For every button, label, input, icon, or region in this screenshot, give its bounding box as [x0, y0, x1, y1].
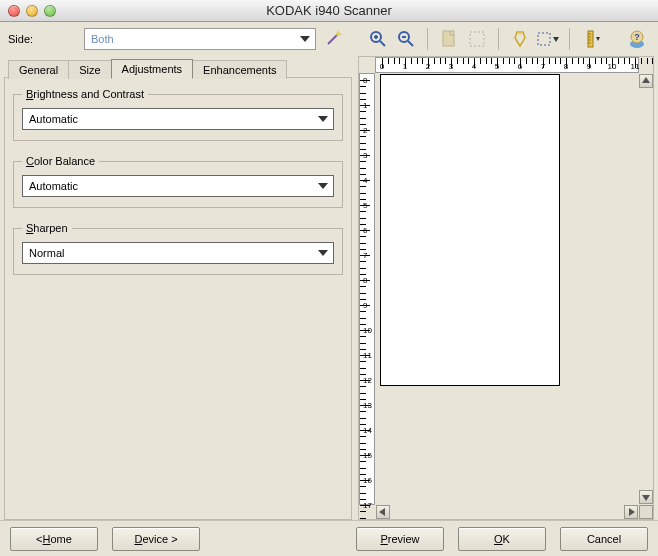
- scroll-right-button[interactable]: [624, 505, 638, 519]
- group-brightness-contrast: Brightness and Contrast Automatic: [13, 88, 343, 141]
- minimize-window-button[interactable]: [26, 5, 38, 17]
- cancel-button[interactable]: Cancel: [560, 527, 648, 551]
- svg-rect-12: [443, 31, 454, 46]
- svg-point-15: [518, 32, 521, 35]
- page-outline[interactable]: [380, 74, 560, 386]
- scroll-up-button[interactable]: [639, 74, 653, 88]
- svg-marker-27: [318, 116, 328, 122]
- marquee-icon[interactable]: [466, 28, 488, 50]
- dropdown-value: Normal: [29, 247, 64, 259]
- tab-page-adjustments: Brightness and Contrast Automatic Color …: [4, 77, 352, 520]
- zoom-window-button[interactable]: [44, 5, 56, 17]
- group-label: Sharpen: [22, 222, 72, 234]
- svg-marker-29: [318, 250, 328, 256]
- svg-marker-33: [642, 495, 650, 501]
- scroll-down-button[interactable]: [639, 490, 653, 504]
- side-value: Both: [91, 33, 114, 45]
- device-button[interactable]: Device >: [112, 527, 200, 551]
- tab-enhancements[interactable]: Enhancements: [192, 60, 287, 79]
- tab-adjustments[interactable]: Adjustments: [111, 59, 194, 78]
- svg-rect-18: [588, 31, 593, 47]
- svg-marker-0: [300, 36, 310, 42]
- settings-pane: General Size Adjustments Enhancements Br…: [4, 56, 352, 520]
- ruler-horizontal: 01234567891011: [375, 57, 639, 73]
- svg-marker-31: [629, 508, 635, 516]
- preview-canvas[interactable]: [376, 74, 638, 504]
- tab-general[interactable]: General: [8, 60, 69, 79]
- brightness-contrast-dropdown[interactable]: Automatic: [22, 108, 334, 130]
- toolbar-separator: [427, 28, 428, 50]
- titlebar: KODAK i940 Scanner: [0, 0, 658, 22]
- chevron-down-icon: [315, 177, 331, 195]
- close-window-button[interactable]: [8, 5, 20, 17]
- top-toolbar: Side: Both: [0, 22, 658, 56]
- group-label: Color Balance: [22, 155, 99, 167]
- svg-marker-32: [642, 77, 650, 83]
- tab-size[interactable]: Size: [68, 60, 111, 79]
- sharpen-dropdown[interactable]: Normal: [22, 242, 334, 264]
- side-label: Side:: [8, 33, 78, 45]
- ok-button[interactable]: OK: [458, 527, 546, 551]
- tab-strip: General Size Adjustments Enhancements: [4, 56, 352, 78]
- cancel-label: Cancel: [587, 533, 621, 545]
- chevron-down-icon: [315, 244, 331, 262]
- dropdown-value: Automatic: [29, 113, 78, 125]
- svg-line-10: [408, 41, 413, 46]
- svg-text:?: ?: [634, 32, 640, 42]
- toolbar-separator: [498, 28, 499, 50]
- svg-rect-13: [470, 32, 484, 46]
- chevron-down-icon: [315, 110, 331, 128]
- svg-marker-17: [553, 37, 559, 42]
- ruler-vertical: 01234567891011121314151617: [359, 73, 375, 505]
- svg-marker-28: [318, 183, 328, 189]
- scroll-left-button[interactable]: [376, 505, 390, 519]
- zoom-in-icon[interactable]: [367, 28, 389, 50]
- svg-point-2: [336, 32, 340, 36]
- svg-marker-30: [379, 508, 385, 516]
- preview-pane: 01234567891011 0123456789101112131415161…: [358, 56, 654, 520]
- group-sharpen: Sharpen Normal: [13, 222, 343, 275]
- group-color-balance: Color Balance Automatic: [13, 155, 343, 208]
- chevron-down-icon: [297, 30, 313, 48]
- toolbar-separator: [569, 28, 570, 50]
- help-icon[interactable]: ?: [624, 28, 650, 50]
- measure-icon[interactable]: [580, 28, 602, 50]
- dropdown-value: Automatic: [29, 180, 78, 192]
- preview-button[interactable]: Preview: [356, 527, 444, 551]
- group-label: Brightness and Contrast: [22, 88, 148, 100]
- resize-grip[interactable]: [639, 505, 653, 519]
- highlight-icon[interactable]: [509, 28, 531, 50]
- svg-marker-23: [596, 37, 600, 41]
- svg-line-1: [328, 34, 338, 44]
- window-title: KODAK i940 Scanner: [0, 3, 658, 18]
- side-combobox[interactable]: Both: [84, 28, 316, 50]
- page-icon[interactable]: [438, 28, 460, 50]
- svg-rect-16: [538, 33, 550, 45]
- svg-line-6: [380, 41, 385, 46]
- wand-icon[interactable]: [322, 28, 344, 50]
- home-button[interactable]: < Home: [10, 527, 98, 551]
- tool-dropdown-icon[interactable]: [537, 28, 559, 50]
- color-balance-dropdown[interactable]: Automatic: [22, 175, 334, 197]
- zoom-out-icon[interactable]: [395, 28, 417, 50]
- bottom-button-bar: < Home Device > Preview OK Cancel: [0, 520, 658, 556]
